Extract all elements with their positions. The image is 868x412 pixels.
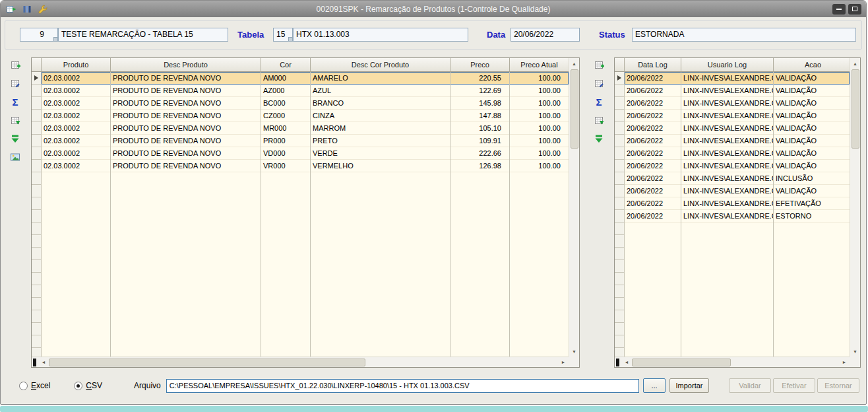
table-row[interactable]: 02.03.0002PRODUTO DE REVENDA NOVOAZ000AZ… [42, 85, 569, 97]
column-header[interactable]: Acao [774, 58, 853, 72]
table-cell[interactable]: 100.00 [510, 110, 569, 122]
table-cell[interactable]: LINX-INVES\ALEXANDRE.C [681, 147, 774, 160]
scroll-right-icon[interactable]: ► [839, 357, 850, 368]
table-row[interactable]: 20/06/2022LINX-INVES\ALEXANDRE.CINCLUSÃO [625, 172, 850, 185]
table-cell[interactable]: 02.03.0002 [42, 147, 111, 160]
table-cell[interactable]: 20/06/2022 [625, 147, 681, 160]
table-cell[interactable]: INCLUSÃO [774, 172, 850, 185]
table-cell[interactable]: PRODUTO DE REVENDA NOVO [111, 160, 261, 172]
table-cell[interactable]: 122.69 [450, 85, 510, 97]
table-cell[interactable]: 145.98 [450, 97, 510, 110]
table-cell[interactable]: PRODUTO DE REVENDA NOVO [111, 97, 261, 110]
table-cell[interactable]: 105.10 [450, 122, 510, 135]
table-row[interactable]: 20/06/2022LINX-INVES\ALEXANDRE.CVALIDAÇÃ… [625, 85, 850, 97]
table-cell[interactable]: 126.98 [450, 160, 510, 172]
data-field[interactable]: 20/06/2022 [511, 28, 580, 42]
table-cell[interactable]: 20/06/2022 [625, 210, 681, 223]
table-row[interactable]: 20/06/2022LINX-INVES\ALEXANDRE.CVALIDAÇÃ… [625, 110, 850, 122]
estornar-button[interactable]: Estornar [817, 378, 859, 393]
table-cell[interactable]: 02.03.0002 [42, 97, 111, 110]
table-cell[interactable]: 20/06/2022 [625, 110, 681, 122]
download-icon[interactable] [593, 133, 605, 145]
row-indicator-column[interactable] [615, 72, 625, 357]
table-cell[interactable]: 02.03.0002 [42, 85, 111, 97]
scroll-down-icon[interactable]: ▼ [569, 346, 580, 357]
table-cell[interactable]: 20/06/2022 [625, 135, 681, 147]
table-cell[interactable]: 20/06/2022 [625, 97, 681, 110]
table-cell[interactable]: 100.00 [510, 160, 569, 172]
table-cell[interactable]: MR000 [261, 122, 311, 135]
table-cell[interactable]: LINX-INVES\ALEXANDRE.C [681, 72, 774, 85]
scrollbar-thumb[interactable] [571, 69, 578, 149]
table-cell[interactable]: VALIDAÇÃO [774, 122, 850, 135]
horizontal-scrollbar[interactable]: ◄► [32, 357, 569, 367]
column-header[interactable]: Produto [42, 58, 111, 72]
table-cell[interactable]: BC000 [261, 97, 311, 110]
grid-insert-icon[interactable] [593, 59, 605, 71]
excel-radio[interactable] [19, 382, 28, 390]
table-cell[interactable]: PRODUTO DE REVENDA NOVO [111, 110, 261, 122]
table-cell[interactable]: 20/06/2022 [625, 122, 681, 135]
wrench-icon[interactable] [37, 3, 48, 15]
window-export-icon[interactable] [5, 3, 16, 15]
table-cell[interactable]: 109.91 [450, 135, 510, 147]
table-cell[interactable]: EFETIVAÇÃO [774, 197, 850, 210]
table-cell[interactable]: 222.66 [450, 147, 510, 160]
code-field[interactable]: 9 [20, 28, 58, 42]
table-cell[interactable]: CZ000 [261, 110, 311, 122]
table-cell[interactable]: VALIDAÇÃO [774, 147, 850, 160]
table-cell[interactable]: VD000 [261, 147, 311, 160]
table-cell[interactable]: LINX-INVES\ALEXANDRE.C [681, 97, 774, 110]
table-cell[interactable]: LINX-INVES\ALEXANDRE.C [681, 172, 774, 185]
table-row[interactable]: 20/06/2022LINX-INVES\ALEXANDRE.CVALIDAÇÃ… [625, 147, 850, 160]
table-row[interactable]: 02.03.0002PRODUTO DE REVENDA NOVOVD000VE… [42, 147, 569, 160]
table-row[interactable]: 20/06/2022LINX-INVES\ALEXANDRE.CVALIDAÇÃ… [625, 72, 850, 85]
table-cell[interactable]: PRODUTO DE REVENDA NOVO [111, 72, 261, 85]
table-cell[interactable]: PRETO [311, 135, 450, 147]
table-row[interactable]: 20/06/2022LINX-INVES\ALEXANDRE.CVALIDAÇÃ… [625, 185, 850, 197]
scroll-up-icon[interactable]: ▲ [569, 58, 580, 69]
table-cell[interactable]: 220.55 [450, 72, 510, 85]
table-row[interactable]: 20/06/2022LINX-INVES\ALEXANDRE.CVALIDAÇÃ… [625, 97, 850, 110]
table-cell[interactable]: PRODUTO DE REVENDA NOVO [111, 85, 261, 97]
table-cell[interactable]: LINX-INVES\ALEXANDRE.C [681, 135, 774, 147]
table-cell[interactable]: ESTORNO [774, 210, 850, 223]
table-cell[interactable]: VALIDAÇÃO [774, 72, 850, 85]
table-cell[interactable]: VALIDAÇÃO [774, 185, 850, 197]
scroll-down-icon[interactable]: ▼ [850, 346, 861, 357]
table-cell[interactable]: LINX-INVES\ALEXANDRE.C [681, 185, 774, 197]
table-cell[interactable]: PRODUTO DE REVENDA NOVO [111, 147, 261, 160]
table-cell[interactable]: AMARELO [311, 72, 450, 85]
csv-radio-group[interactable]: CSV [74, 381, 102, 390]
table-cell[interactable]: 20/06/2022 [625, 160, 681, 172]
table-cell[interactable]: 20/06/2022 [625, 72, 681, 85]
image-icon[interactable] [9, 151, 21, 163]
table-cell[interactable]: VALIDAÇÃO [774, 97, 850, 110]
table-cell[interactable]: VERDE [311, 147, 450, 160]
table-cell[interactable]: 100.00 [510, 147, 569, 160]
table-cell[interactable]: 100.00 [510, 85, 569, 97]
row-indicator-column[interactable] [32, 72, 42, 357]
table-cell[interactable]: 02.03.0002 [42, 110, 111, 122]
table-row[interactable]: 02.03.0002PRODUTO DE REVENDA NOVOCZ000CI… [42, 110, 569, 122]
grid-insert-icon[interactable] [9, 59, 21, 71]
table-row[interactable]: 20/06/2022LINX-INVES\ALEXANDRE.CEFETIVAÇ… [625, 197, 850, 210]
importar-button[interactable]: Importar [669, 378, 709, 393]
tabela-number-field[interactable]: 15 [273, 28, 293, 42]
vertical-scrollbar[interactable]: ▲▼ [569, 58, 579, 357]
table-row[interactable]: 20/06/2022LINX-INVES\ALEXANDRE.CESTORNO [625, 210, 850, 223]
scrollbar-thumb[interactable] [852, 69, 859, 149]
table-cell[interactable]: 100.00 [510, 122, 569, 135]
table-cell[interactable]: VALIDAÇÃO [774, 110, 850, 122]
validar-button[interactable]: Validar [729, 378, 771, 393]
scrollbar-thumb[interactable] [49, 359, 365, 366]
column-header[interactable]: Usuario Log [681, 58, 774, 72]
table-row[interactable]: 02.03.0002PRODUTO DE REVENDA NOVOVR000VE… [42, 160, 569, 172]
table-cell[interactable]: 100.00 [510, 97, 569, 110]
status-field[interactable]: ESTORNADA [632, 28, 856, 42]
grid-export-icon[interactable] [9, 114, 21, 126]
table-cell[interactable]: CINZA [311, 110, 450, 122]
table-cell[interactable]: LINX-INVES\ALEXANDRE.C [681, 210, 774, 223]
column-header[interactable]: Data Log [625, 58, 681, 72]
table-row[interactable]: 02.03.0002PRODUTO DE REVENDA NOVOPR000PR… [42, 135, 569, 147]
